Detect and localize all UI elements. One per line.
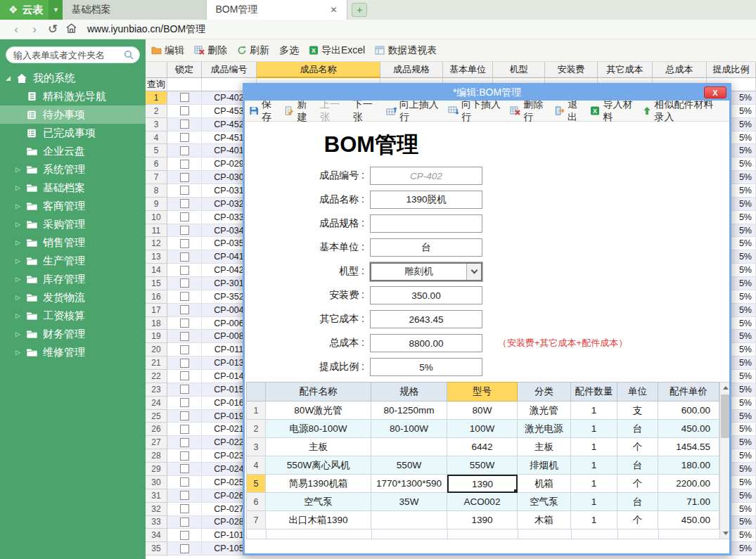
parts-cell-spec[interactable]: 80-100W bbox=[371, 420, 447, 438]
lock-cell[interactable] bbox=[167, 91, 202, 105]
sidebar-item-发货物流[interactable]: ▷发货物流 bbox=[0, 288, 146, 307]
lock-cell[interactable] bbox=[167, 410, 202, 423]
parts-cell-category[interactable]: 排烟机 bbox=[518, 456, 571, 475]
row-number[interactable]: 23 bbox=[146, 383, 167, 397]
modal-toolbar-button-保存[interactable]: 保存 bbox=[249, 98, 277, 124]
modal-toolbar-button-导入材料[interactable]: X导入材料 bbox=[590, 98, 636, 124]
sidebar-item-工资核算[interactable]: ▷工资核算 bbox=[0, 307, 146, 325]
field-input-安装费[interactable]: 350.00 bbox=[370, 286, 482, 304]
checkbox[interactable] bbox=[180, 385, 189, 394]
parts-row-number[interactable]: 2 bbox=[246, 420, 266, 438]
parts-row-number[interactable]: 1 bbox=[246, 401, 266, 420]
parts-cell-category[interactable]: 主板 bbox=[518, 438, 571, 456]
row-number[interactable]: 10 bbox=[146, 211, 167, 224]
lock-cell[interactable] bbox=[167, 317, 202, 330]
checkbox[interactable] bbox=[180, 477, 189, 487]
parts-cell-model[interactable]: 100W bbox=[447, 420, 518, 438]
tab-基础档案[interactable]: 基础档案 bbox=[63, 0, 207, 20]
collapse-arrow-icon[interactable]: ▷ bbox=[15, 294, 25, 301]
lock-cell[interactable] bbox=[167, 330, 202, 343]
field-input-基本单位[interactable]: 台 bbox=[370, 238, 482, 257]
modal-toolbar-button-上一张[interactable]: 上一张 bbox=[320, 98, 346, 124]
scroll-thumb[interactable] bbox=[721, 394, 729, 438]
parts-cell-price[interactable]: 71.00 bbox=[658, 493, 719, 511]
lock-cell[interactable] bbox=[167, 118, 202, 131]
collapse-arrow-icon[interactable]: ▷ bbox=[15, 221, 25, 228]
parts-cell-model[interactable]: 6442 bbox=[447, 438, 518, 456]
row-number[interactable]: 33 bbox=[146, 516, 167, 529]
parts-cell-category[interactable]: 木箱 bbox=[518, 511, 571, 529]
column-header-基本单位[interactable]: 基本单位 bbox=[443, 62, 493, 78]
sidebar-root-my-system[interactable]: ◢ 我的系统 bbox=[0, 69, 146, 87]
parts-cell-name[interactable]: 出口木箱1390 bbox=[266, 511, 371, 529]
lock-cell[interactable] bbox=[167, 264, 202, 277]
toolbar-button-编辑[interactable]: 编辑 bbox=[151, 44, 184, 57]
modal-toolbar-button-退出[interactable]: 退出 bbox=[555, 98, 583, 124]
collapse-arrow-icon[interactable]: ▷ bbox=[15, 239, 25, 246]
parts-cell-spec[interactable]: 80-1250mm bbox=[371, 401, 447, 420]
modal-toolbar-button-向上插入行[interactable]: 向上插入行 bbox=[386, 98, 441, 124]
refresh-nav-icon[interactable]: ↺ bbox=[44, 22, 62, 37]
lock-cell[interactable] bbox=[167, 436, 202, 449]
lock-cell[interactable] bbox=[167, 277, 202, 290]
field-input-成品规格[interactable] bbox=[370, 214, 482, 233]
row-number[interactable]: 29 bbox=[146, 463, 167, 476]
checkbox[interactable] bbox=[180, 120, 189, 129]
parts-cell-unit[interactable]: 台 bbox=[617, 456, 658, 475]
row-number[interactable]: 20 bbox=[146, 343, 167, 356]
parts-cell-name[interactable]: 550W离心风机 bbox=[266, 456, 371, 475]
home-icon[interactable] bbox=[62, 23, 80, 37]
parts-cell-qty[interactable]: 1 bbox=[571, 475, 617, 493]
parts-column-header-分类[interactable]: 分类 bbox=[518, 382, 571, 401]
lock-cell[interactable] bbox=[167, 304, 202, 317]
toolbar-button-数据透视表[interactable]: 数据透视表 bbox=[375, 44, 437, 57]
row-number[interactable]: 21 bbox=[146, 356, 167, 370]
filter-row-label[interactable]: 查询 bbox=[146, 78, 167, 91]
parts-row-number[interactable]: 6 bbox=[246, 493, 266, 511]
row-number[interactable]: 12 bbox=[146, 237, 167, 250]
lock-cell[interactable] bbox=[167, 343, 202, 356]
toolbar-button-刷新[interactable]: 刷新 bbox=[237, 44, 269, 57]
column-header-成品编号[interactable]: 成品编号 bbox=[202, 62, 257, 78]
lock-cell[interactable] bbox=[167, 105, 202, 118]
parts-cell-price[interactable]: 180.00 bbox=[658, 456, 719, 475]
sidebar-item-库存管理[interactable]: ▷库存管理 bbox=[0, 270, 146, 288]
sidebar-item-销售管理[interactable]: ▷销售管理 bbox=[0, 233, 146, 252]
checkbox[interactable] bbox=[180, 544, 189, 553]
sidebar-item-待办事项[interactable]: 待办事项 bbox=[0, 105, 146, 124]
parts-cell-qty[interactable]: 1 bbox=[571, 438, 617, 456]
parts-cell-name[interactable]: 主板 bbox=[266, 438, 371, 456]
row-number[interactable]: 5 bbox=[146, 144, 167, 158]
sidebar-search-input[interactable] bbox=[6, 46, 140, 63]
parts-cell-unit[interactable]: 台 bbox=[617, 493, 658, 511]
forward-icon[interactable]: › bbox=[25, 23, 44, 37]
expand-arrow-icon[interactable]: ◢ bbox=[6, 75, 15, 82]
parts-cell-category[interactable]: 激光管 bbox=[518, 401, 571, 420]
checkbox[interactable] bbox=[180, 186, 189, 195]
back-icon[interactable]: ‹ bbox=[7, 23, 25, 37]
checkbox[interactable] bbox=[180, 226, 189, 235]
sidebar-item-系统管理[interactable]: ▷系统管理 bbox=[0, 160, 146, 179]
checkbox[interactable] bbox=[180, 199, 189, 208]
collapse-arrow-icon[interactable]: ▷ bbox=[15, 257, 25, 264]
lock-cell[interactable] bbox=[167, 131, 202, 145]
checkbox[interactable] bbox=[180, 305, 189, 314]
parts-cell-qty[interactable]: 1 bbox=[571, 420, 617, 438]
tab-BOM管理[interactable]: BOM管理✕ bbox=[207, 0, 347, 20]
modal-toolbar-button-向下插入行[interactable]: 向下插入行 bbox=[448, 98, 503, 124]
parts-cell-spec[interactable]: 550W bbox=[371, 456, 447, 475]
lock-cell[interactable] bbox=[167, 184, 202, 198]
row-number[interactable]: 24 bbox=[146, 397, 167, 410]
lock-cell[interactable] bbox=[167, 144, 202, 158]
lock-cell[interactable] bbox=[167, 356, 202, 370]
sidebar-item-基础档案[interactable]: ▷基础档案 bbox=[0, 179, 146, 197]
row-number[interactable]: 35 bbox=[146, 542, 167, 555]
column-header-成品规格[interactable]: 成品规格 bbox=[380, 62, 443, 78]
toolbar-button-删除[interactable]: 删除 bbox=[194, 44, 227, 57]
checkbox[interactable] bbox=[180, 531, 189, 540]
parts-cell-qty[interactable]: 1 bbox=[571, 401, 617, 420]
lock-cell[interactable] bbox=[167, 489, 202, 503]
sidebar-item-采购管理[interactable]: ▷采购管理 bbox=[0, 215, 146, 233]
modal-toolbar-button-相似配件材料录入[interactable]: 相似配件材料录入 bbox=[643, 98, 722, 124]
parts-cell-category[interactable]: 激光电源 bbox=[518, 420, 571, 438]
